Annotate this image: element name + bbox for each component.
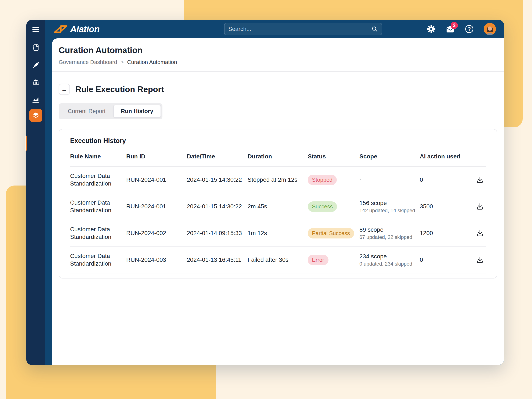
notification-badge: 3 xyxy=(451,22,458,29)
run-datetime: 2024-01-13 16:45:11 xyxy=(187,256,247,263)
breadcrumb-separator-icon: > xyxy=(120,59,124,65)
catalog-book-icon[interactable] xyxy=(32,44,40,52)
breadcrumb-current: Curation Automation xyxy=(127,59,177,65)
page-title: Curation Automation xyxy=(59,45,497,55)
breadcrumb-governance-dashboard[interactable]: Governance Dashboard xyxy=(59,59,117,65)
scope-value: 89 scope xyxy=(359,226,420,233)
run-duration: Failed after 30s xyxy=(247,256,308,263)
table-row: Customer Data Standardization RUN-2024-0… xyxy=(70,167,486,193)
menu-icon[interactable] xyxy=(32,27,39,32)
tab-run-history[interactable]: Run History xyxy=(113,105,161,118)
col-scope: Scope xyxy=(359,153,420,160)
topbar-icons: 3 ? xyxy=(426,23,496,35)
table-header-row: Rule Name Run ID Date/Time Duration Stat… xyxy=(70,153,486,167)
page-header: Curation Automation Governance Dashboard… xyxy=(52,38,504,65)
ai-actions-used: 0 xyxy=(420,177,471,183)
window-edge-notch xyxy=(25,136,27,151)
col-datetime: Date/Time xyxy=(187,153,247,160)
run-duration: Stopped at 2m 12s xyxy=(247,177,308,183)
content-panel: Curation Automation Governance Dashboard… xyxy=(52,38,504,365)
col-ai-action-used: AI action used xyxy=(420,153,471,160)
scope-detail: 0 updated, 234 skipped xyxy=(359,261,420,267)
download-icon xyxy=(476,203,484,210)
ai-actions-used: 0 xyxy=(420,256,471,263)
execution-history-title: Execution History xyxy=(70,137,486,145)
global-search xyxy=(224,23,382,35)
search-input[interactable] xyxy=(228,26,372,32)
rule-name: Customer Data Standardization xyxy=(70,226,126,241)
col-duration: Duration xyxy=(247,153,308,160)
ai-actions-used: 3500 xyxy=(420,203,471,210)
curation-layers-icon[interactable] xyxy=(29,109,42,122)
rule-name: Customer Data Standardization xyxy=(70,252,126,267)
main-column: Alation xyxy=(45,20,504,365)
download-button[interactable] xyxy=(475,175,485,184)
run-duration: 2m 45s xyxy=(247,203,308,210)
app-window: Alation xyxy=(26,20,504,365)
status-badge: Stopped xyxy=(308,175,337,185)
col-run-id: Run ID xyxy=(126,153,187,160)
col-status: Status xyxy=(308,153,359,160)
topbar: Alation xyxy=(45,20,504,38)
notifications-mail-icon[interactable]: 3 xyxy=(446,24,455,34)
analytics-chart-icon[interactable] xyxy=(32,96,40,104)
left-rail xyxy=(26,20,45,365)
download-icon xyxy=(476,229,484,237)
rail-nav xyxy=(32,44,40,104)
run-duration: 1m 12s xyxy=(247,230,308,237)
table-row: Customer Data Standardization RUN-2024-0… xyxy=(70,247,486,273)
table-row: Customer Data Standardization RUN-2024-0… xyxy=(70,220,486,247)
status-badge: Partial Success xyxy=(308,228,354,239)
report-title: Rule Execution Report xyxy=(75,85,164,94)
rule-name: Customer Data Standardization xyxy=(70,199,126,214)
scope-detail: 142 updated, 14 skipped xyxy=(359,208,420,214)
execution-history-card: Execution History Rule Name Run ID Date/… xyxy=(59,129,497,279)
scope-value: 156 scope xyxy=(359,200,420,207)
col-rule-name: Rule Name xyxy=(70,153,126,160)
scope-detail: 67 updated, 22 skipped xyxy=(359,234,420,240)
run-id: RUN-2024-002 xyxy=(126,230,187,237)
governance-bank-icon[interactable] xyxy=(32,78,40,86)
help-icon[interactable]: ? xyxy=(465,24,474,34)
table-row: Customer Data Standardization RUN-2024-0… xyxy=(70,193,486,220)
download-button[interactable] xyxy=(475,202,485,211)
download-button[interactable] xyxy=(475,228,485,238)
svg-text:?: ? xyxy=(468,26,471,32)
scope-value: - xyxy=(359,176,420,183)
download-button[interactable] xyxy=(475,255,485,265)
alation-logo-mark xyxy=(54,24,68,34)
download-icon xyxy=(476,176,484,184)
breadcrumb: Governance Dashboard > Curation Automati… xyxy=(59,59,497,65)
run-id: RUN-2024-003 xyxy=(126,256,187,263)
scope-value: 234 scope xyxy=(359,253,420,260)
report-tabs: Current Report Run History xyxy=(59,103,162,119)
rule-name: Customer Data Standardization xyxy=(70,172,126,187)
status-badge: Success xyxy=(308,201,337,212)
run-datetime: 2024-01-14 09:15:33 xyxy=(187,230,247,237)
run-datetime: 2024-01-15 14:30:22 xyxy=(187,203,247,210)
alation-logo[interactable]: Alation xyxy=(54,24,100,34)
run-datetime: 2024-01-15 14:30:22 xyxy=(187,177,247,183)
download-icon xyxy=(476,256,484,264)
run-id: RUN-2024-001 xyxy=(126,177,187,183)
back-arrow-icon: ← xyxy=(61,86,68,93)
search-icon[interactable] xyxy=(372,26,378,32)
brand-name: Alation xyxy=(70,24,100,34)
report-section: ← Rule Execution Report Current Report R… xyxy=(52,72,504,279)
back-button[interactable]: ← xyxy=(59,84,70,95)
run-id: RUN-2024-001 xyxy=(126,203,187,210)
compose-feather-icon[interactable] xyxy=(32,61,40,69)
settings-gear-icon[interactable] xyxy=(426,24,436,34)
ai-actions-used: 1200 xyxy=(420,230,471,237)
tab-current-report[interactable]: Current Report xyxy=(60,105,113,118)
status-badge: Error xyxy=(308,255,329,265)
user-avatar[interactable] xyxy=(484,23,496,35)
